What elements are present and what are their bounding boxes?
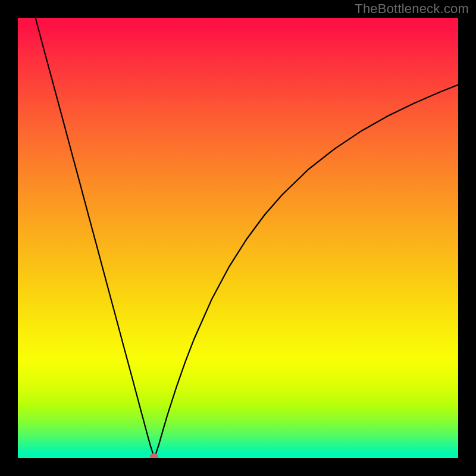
plot-area [18,18,458,458]
chart-frame: TheBottleneck.com [0,0,476,476]
minimum-marker [150,453,158,458]
bottleneck-curve [18,18,458,458]
watermark-text: TheBottleneck.com [355,1,469,17]
